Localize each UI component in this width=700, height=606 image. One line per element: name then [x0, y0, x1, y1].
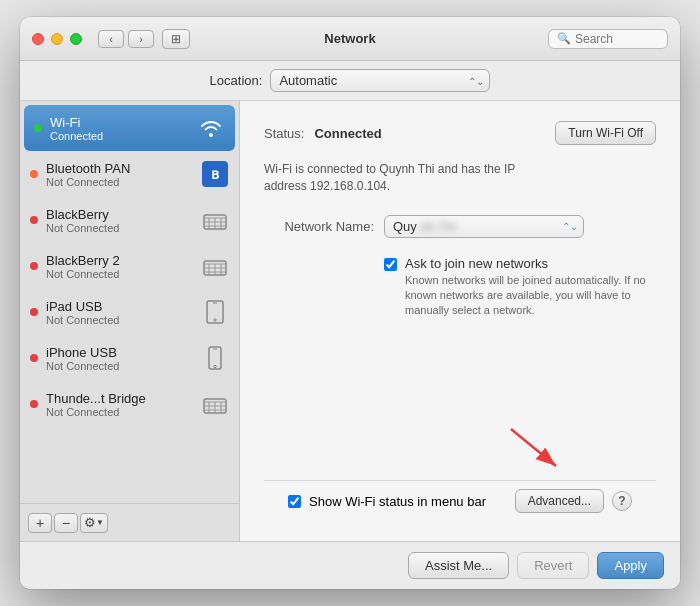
iphone-icon [201, 344, 229, 372]
location-select[interactable]: Automatic [270, 69, 490, 92]
blackberry-name: BlackBerry [46, 207, 193, 222]
chevron-down-icon: ▼ [96, 518, 104, 527]
sidebar-item-ipad[interactable]: iPad USB Not Connected [20, 289, 239, 335]
red-arrow-icon [506, 424, 566, 474]
sidebar-item-wifi[interactable]: Wi-Fi Connected [24, 105, 235, 151]
main-content: Wi-Fi Connected Blueto [20, 101, 680, 541]
svg-rect-14 [207, 301, 223, 323]
footer: Assist Me... Revert Apply [20, 541, 680, 589]
wifi-status: Connected [50, 130, 189, 142]
back-button[interactable]: ‹ [98, 30, 124, 48]
blackberry-status: Not Connected [46, 222, 193, 234]
ipad-icon [201, 298, 229, 326]
sidebar-item-bluetooth[interactable]: Bluetooth PAN Not Connected ʙ [20, 151, 239, 197]
iphone-status: Not Connected [46, 360, 193, 372]
ask-to-join-desc: Known networks will be joined automatica… [405, 273, 656, 319]
nav-buttons: ‹ › [98, 30, 154, 48]
wifi-icon [197, 114, 225, 142]
close-button[interactable] [32, 33, 44, 45]
network-select-arrow: ⌃⌄ [562, 221, 578, 232]
bluetooth-status: Not Connected [46, 176, 193, 188]
sidebar-item-thunderbolt[interactable]: Thunde...t Bridge Not Connected [20, 381, 239, 427]
grid-button[interactable]: ⊞ [162, 29, 190, 49]
sidebar-item-blackberry2[interactable]: BlackBerry 2 Not Connected [20, 243, 239, 289]
iphone-name: iPhone USB [46, 345, 193, 360]
status-dot-blackberry [30, 216, 38, 224]
blackberry2-name: BlackBerry 2 [46, 253, 193, 268]
sidebar-item-bluetooth-text: Bluetooth PAN Not Connected [46, 161, 193, 188]
thunderbolt-status: Not Connected [46, 406, 193, 418]
sidebar-item-iphone[interactable]: iPhone USB Not Connected [20, 335, 239, 381]
bluetooth-name: Bluetooth PAN [46, 161, 193, 176]
status-label: Status: [264, 126, 304, 141]
ask-to-join-label[interactable]: Ask to join new networks [405, 256, 656, 271]
sidebar-item-blackberry[interactable]: BlackBerry Not Connected [20, 197, 239, 243]
search-icon: 🔍 [557, 32, 571, 45]
show-wifi-row: Show Wi-Fi status in menu bar Advanced..… [264, 480, 656, 521]
status-description: Wi-Fi is connected to Quynh Thi and has … [264, 161, 656, 195]
location-select-wrapper[interactable]: Automatic [270, 69, 490, 92]
bluetooth-icon: ʙ [201, 160, 229, 188]
sidebar-bottom: + − ⚙ ▼ [20, 503, 239, 541]
network-name-row: Network Name: ⌃⌄ nh Thi [264, 215, 656, 238]
show-wifi-checkbox[interactable] [288, 495, 301, 508]
sidebar-item-thunderbolt-text: Thunde...t Bridge Not Connected [46, 391, 193, 418]
blackberry2-status: Not Connected [46, 268, 193, 280]
network-name-label: Network Name: [264, 219, 374, 234]
blackberry-icon [201, 206, 229, 234]
right-panel: Status: Connected Turn Wi-Fi Off Wi-Fi i… [240, 101, 680, 541]
status-dot-ipad [30, 308, 38, 316]
svg-line-28 [511, 429, 556, 466]
status-dot-blackberry2 [30, 262, 38, 270]
minimize-button[interactable] [51, 33, 63, 45]
status-dot-thunderbolt [30, 400, 38, 408]
titlebar: ‹ › ⊞ Network 🔍 [20, 17, 680, 61]
network-name-input[interactable] [384, 215, 584, 238]
svg-point-18 [214, 365, 216, 367]
sidebar-item-wifi-text: Wi-Fi Connected [50, 115, 189, 142]
location-bar: Location: Automatic [20, 61, 680, 101]
remove-interface-button[interactable]: − [54, 513, 78, 533]
status-row: Status: Connected Turn Wi-Fi Off [264, 121, 656, 145]
arrow-area [264, 424, 656, 474]
sidebar-item-blackberry2-text: BlackBerry 2 Not Connected [46, 253, 193, 280]
sidebar-item-iphone-text: iPhone USB Not Connected [46, 345, 193, 372]
search-input[interactable] [575, 32, 665, 46]
interface-settings-button[interactable]: ⚙ ▼ [80, 513, 108, 533]
thunderbolt-icon [201, 390, 229, 418]
sidebar-item-blackberry-text: BlackBerry Not Connected [46, 207, 193, 234]
gear-icon: ⚙ [84, 515, 96, 530]
network-window: ‹ › ⊞ Network 🔍 Location: Automatic [20, 17, 680, 589]
advanced-button[interactable]: Advanced... [515, 489, 604, 513]
ask-to-join-row: Ask to join new networks Known networks … [384, 252, 656, 323]
status-dot-wifi [34, 124, 42, 132]
sidebar: Wi-Fi Connected Blueto [20, 101, 240, 541]
svg-point-15 [214, 319, 216, 321]
ipad-status: Not Connected [46, 314, 193, 326]
status-dot-bluetooth [30, 170, 38, 178]
wifi-name: Wi-Fi [50, 115, 189, 130]
apply-button[interactable]: Apply [597, 552, 664, 579]
thunderbolt-name: Thunde...t Bridge [46, 391, 193, 406]
blackberry2-icon [201, 252, 229, 280]
maximize-button[interactable] [70, 33, 82, 45]
assist-me-button[interactable]: Assist Me... [408, 552, 509, 579]
forward-button[interactable]: › [128, 30, 154, 48]
status-dot-iphone [30, 354, 38, 362]
ipad-name: iPad USB [46, 299, 193, 314]
location-label: Location: [210, 73, 263, 88]
traffic-lights [32, 33, 82, 45]
ask-to-join-checkbox[interactable] [384, 258, 397, 271]
window-title: Network [324, 31, 375, 46]
show-wifi-label[interactable]: Show Wi-Fi status in menu bar [309, 494, 486, 509]
status-value: Connected [314, 126, 381, 141]
sidebar-item-ipad-text: iPad USB Not Connected [46, 299, 193, 326]
turn-wifi-off-button[interactable]: Turn Wi-Fi Off [555, 121, 656, 145]
add-interface-button[interactable]: + [28, 513, 52, 533]
search-box[interactable]: 🔍 [548, 29, 668, 49]
ask-to-join-text: Ask to join new networks Known networks … [405, 256, 656, 319]
network-name-wrapper[interactable]: ⌃⌄ nh Thi [384, 215, 584, 238]
help-button[interactable]: ? [612, 491, 632, 511]
revert-button[interactable]: Revert [517, 552, 589, 579]
sidebar-list: Wi-Fi Connected Blueto [20, 101, 239, 503]
